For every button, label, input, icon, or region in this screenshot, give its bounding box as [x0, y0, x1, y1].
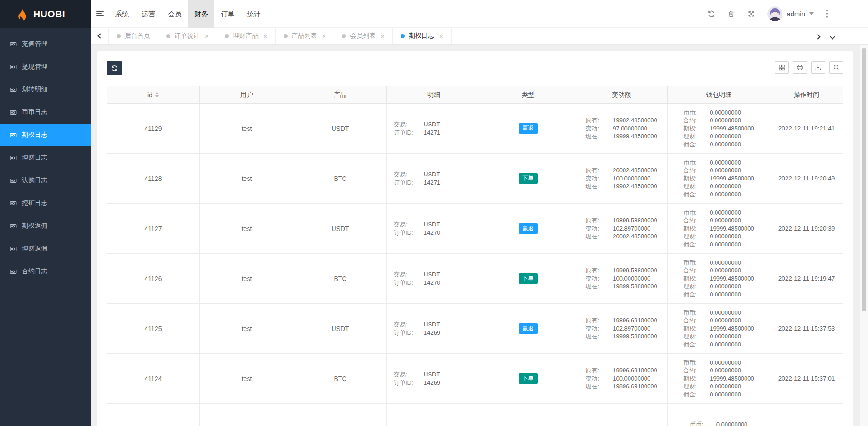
amount-label: 原有: — [585, 316, 605, 325]
sidebar-item-10[interactable]: 合约日志 — [0, 260, 91, 283]
fullscreen-icon[interactable] — [747, 10, 755, 18]
topnav-item-5[interactable]: 统计 — [241, 0, 267, 28]
amount-value: 19996.69100000 — [613, 366, 657, 375]
key-value-line: 变动:100.00000000 — [585, 175, 657, 183]
detail-order-label: 订单ID: — [394, 179, 424, 187]
table-refresh-button[interactable] — [107, 61, 122, 75]
tab-label: 理财产品 — [233, 32, 259, 40]
more-options-icon[interactable] — [826, 10, 828, 18]
key-value-line: 订单ID:14269 — [394, 379, 440, 387]
key-value-line: 合约:0.00000000 — [683, 366, 754, 375]
sidebar-item-2[interactable]: 划转明细 — [0, 78, 91, 101]
wallet-label: 币币: — [683, 359, 701, 367]
trash-icon[interactable] — [727, 10, 735, 18]
sort-asc-icon[interactable] — [155, 92, 159, 94]
amount-label: 现在: — [585, 132, 605, 140]
detail-trade-label: 交易: — [394, 321, 424, 329]
amount-value: 19999.58800000 — [613, 266, 657, 275]
brand-logo[interactable]: HUOBI — [0, 0, 91, 28]
cell-type: 下单 — [481, 254, 575, 304]
cell-amounts: 原有:19902.48500000变动:97.00000000现在:19999.… — [575, 104, 668, 154]
tab-close-icon[interactable]: × — [439, 33, 443, 40]
sort-icon[interactable] — [155, 92, 159, 98]
amount-label: 现在: — [585, 332, 605, 341]
column-header-1[interactable]: 用户 — [200, 86, 294, 104]
tab-close-icon[interactable]: × — [381, 33, 385, 40]
sidebar-item-7[interactable]: 挖矿日志 — [0, 192, 91, 215]
key-value-line: 原有:19902.48500000 — [585, 116, 657, 125]
cell-time — [770, 404, 843, 426]
amount-label: 变动: — [585, 225, 605, 233]
vertical-scrollbar[interactable] — [860, 45, 868, 426]
tabs-menu-icon[interactable] — [831, 32, 834, 40]
detail-trade-value: USDT — [424, 221, 440, 229]
refresh-icon[interactable] — [707, 10, 715, 18]
column-header-3[interactable]: 明细 — [387, 86, 481, 104]
sidebar-item-label: 理财日志 — [22, 154, 47, 162]
cell-id: 41126 — [107, 254, 200, 304]
tab-4[interactable]: 会员列表× — [334, 28, 393, 44]
amount-value: 19899.58800000 — [613, 282, 657, 291]
tabbar-controls — [816, 28, 834, 45]
wallet-label: 币币: — [683, 109, 701, 117]
topnav-item-0[interactable]: 系统 — [109, 0, 135, 28]
tabs-scroll-left-icon[interactable] — [91, 28, 108, 44]
type-badge: 下单 — [519, 373, 538, 383]
sidebar-item-3[interactable]: 币币日志 — [0, 101, 91, 124]
sidebar-item-5[interactable]: 理财日志 — [0, 146, 91, 169]
sidebar-item-8[interactable]: 期权返佣 — [0, 215, 91, 237]
tab-0[interactable]: 后台首页 — [108, 28, 158, 44]
wallet-label: 合约: — [683, 166, 701, 175]
tabs-scroll-right-icon[interactable] — [816, 32, 820, 40]
key-value-line: 币币:0.00000000 — [690, 421, 748, 426]
tab-5[interactable]: 期权日志× — [393, 28, 452, 44]
sidebar-item-0[interactable]: 充值管理 — [0, 33, 91, 55]
wallet-block: 币币:0.00000000合约:0.00000000期权:19999.48500… — [683, 309, 754, 349]
amounts-block: 原有:19996.69100000变动:100.00000000现在:19896… — [585, 366, 657, 391]
wallet-value: 0.00000000 — [710, 190, 741, 199]
columns-toggle-icon[interactable] — [775, 61, 789, 74]
column-header-7[interactable]: 操作时间 — [770, 86, 843, 104]
topnav-item-3[interactable]: 财务 — [188, 0, 214, 28]
wallet-value: 0.00000000 — [716, 421, 748, 426]
tab-3[interactable]: 产品列表× — [276, 28, 335, 44]
detail-block: 交易:USDT订单ID:14270 — [394, 271, 440, 286]
sidebar-item-label: 挖矿日志 — [22, 199, 47, 207]
sidebar-item-1[interactable]: 提现管理 — [0, 55, 91, 78]
sort-desc-icon[interactable] — [155, 95, 159, 98]
print-icon[interactable] — [793, 61, 807, 74]
wallet-label: 理财: — [683, 182, 701, 190]
column-header-4[interactable]: 类型 — [481, 86, 575, 104]
tab-close-icon[interactable]: × — [322, 33, 326, 40]
cell-amounts: 原有:20002.48500000变动:100.00000000现在:19902… — [575, 154, 668, 204]
wallet-label: 期权: — [683, 275, 701, 283]
key-value-line: 理财:0.00000000 — [683, 282, 754, 291]
sidebar-item-4[interactable]: 期权日志 — [0, 124, 91, 146]
tab-close-icon[interactable]: × — [205, 33, 209, 40]
table-row: 41124testBTC交易:USDT订单ID:14269下单原有:19996.… — [107, 354, 843, 404]
user-menu[interactable]: admin — [767, 6, 814, 21]
chevron-down-icon — [809, 12, 814, 15]
column-header-6[interactable]: 钱包明细 — [668, 86, 770, 104]
sidebar-item-9[interactable]: 理财返佣 — [0, 237, 91, 260]
tab-dot-icon — [166, 34, 170, 38]
sidebar-item-6[interactable]: 认购日志 — [0, 169, 91, 192]
wallet-value: 19999.48500000 — [710, 375, 754, 383]
sidebar-toggle-icon[interactable] — [91, 0, 109, 28]
tab-1[interactable]: 订单统计× — [158, 28, 217, 44]
column-header-5[interactable]: 变动额 — [575, 86, 668, 104]
wallet-value: 0.00000000 — [710, 116, 741, 125]
topnav-item-1[interactable]: 运营 — [135, 0, 162, 28]
tab-close-icon[interactable]: × — [264, 33, 268, 40]
column-header-2[interactable]: 产品 — [294, 86, 387, 104]
topnav-item-4[interactable]: 订单 — [214, 0, 241, 28]
export-icon[interactable] — [811, 61, 825, 74]
column-header-0[interactable]: id — [107, 86, 200, 104]
key-value-line: 理财:0.00000000 — [683, 132, 754, 140]
topnav-item-2[interactable]: 会员 — [162, 0, 188, 28]
wallet-value: 0.00000000 — [710, 159, 741, 167]
sidebar-menu: 充值管理提现管理划转明细币币日志期权日志理财日志认购日志挖矿日志期权返佣理财返佣… — [0, 28, 91, 283]
search-icon[interactable] — [829, 61, 843, 74]
scrollbar-thumb[interactable] — [862, 48, 866, 311]
tab-2[interactable]: 理财产品× — [217, 28, 276, 44]
